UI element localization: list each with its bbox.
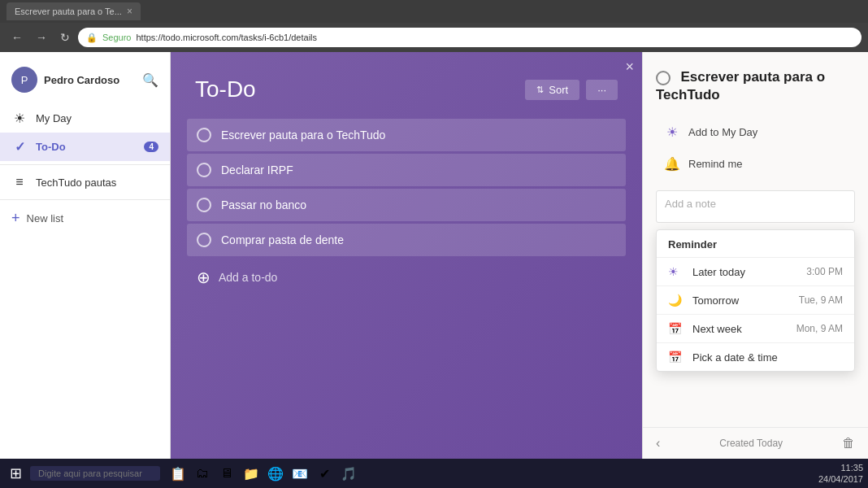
detail-title: Escrever pauta para o TechTudo xyxy=(656,69,825,102)
app-container: P Pedro Cardoso 🔍 ☀ My Day ✓ To-Do 4 ≡ T… xyxy=(0,52,868,459)
sidebar-divider-2 xyxy=(0,199,170,200)
sidebar-divider xyxy=(0,164,170,165)
sidebar: P Pedro Cardoso 🔍 ☀ My Day ✓ To-Do 4 ≡ T… xyxy=(0,52,171,459)
later-today-time: 3:00 PM xyxy=(806,266,843,277)
lock-label: Seguro xyxy=(102,33,131,42)
remind-me-row[interactable]: 🔔 Remind me xyxy=(656,149,855,179)
table-row[interactable]: Passar no banco xyxy=(187,189,626,221)
next-week-label: Next week xyxy=(692,323,788,335)
time-display: 11:35 xyxy=(818,462,863,473)
date-display: 24/04/2017 xyxy=(818,473,863,485)
taskbar-right: 11:35 24/04/2017 xyxy=(818,462,863,486)
taskbar-app-7[interactable]: 🎵 xyxy=(337,462,360,485)
browser-tab[interactable]: Escrever pauta para o Te... × xyxy=(7,2,141,20)
myday-icon: ☀ xyxy=(11,111,28,126)
start-button[interactable]: ⊞ xyxy=(5,463,27,484)
page-title: To-Do xyxy=(195,76,256,102)
sort-label: Sort xyxy=(549,84,568,96)
task-checkbox-0[interactable] xyxy=(197,128,211,142)
sort-button[interactable]: ⇅ Sort xyxy=(525,80,579,100)
todo-icon: ✓ xyxy=(11,139,28,155)
new-list-label: New list xyxy=(27,212,64,224)
add-myday-icon: ☀ xyxy=(664,124,680,140)
main-content: × To-Do ⇅ Sort ··· Escrever pauta para o… xyxy=(171,52,642,459)
sidebar-item-techtudo[interactable]: ≡ TechTudo pautas xyxy=(0,168,170,196)
taskbar-app-5[interactable]: 📧 xyxy=(289,462,311,485)
sidebar-item-myday[interactable]: ☀ My Day xyxy=(0,104,170,133)
add-note-placeholder: Add a note xyxy=(665,198,716,210)
task-checkbox-1[interactable] xyxy=(197,163,211,177)
nav-forward-btn[interactable]: → xyxy=(31,28,52,47)
reminder-next-week[interactable]: 📅 Next week Mon, 9 AM xyxy=(657,315,854,342)
sidebar-user-section: P Pedro Cardoso 🔍 xyxy=(0,60,170,104)
remind-icon: 🔔 xyxy=(664,156,680,172)
lock-icon: 🔒 xyxy=(86,33,98,43)
next-week-time: Mon, 9 AM xyxy=(796,323,843,334)
address-bar[interactable]: 🔒 Seguro https://todo.microsoft.com/task… xyxy=(78,28,861,47)
reminder-pick-date[interactable]: 📅 Pick a date & time xyxy=(657,343,854,371)
taskbar: ⊞ 📋 🗂 🖥 📁 🌐 📧 ✔ 🎵 11:35 24/04/2017 xyxy=(0,459,868,488)
search-button[interactable]: 🔍 xyxy=(142,72,158,88)
detail-panel: Escrever pauta para o TechTudo ☀ Add to … xyxy=(642,52,868,459)
nav-back-btn[interactable]: ← xyxy=(7,28,28,47)
todo-badge: 4 xyxy=(144,142,158,152)
detail-task-checkbox[interactable] xyxy=(656,71,671,85)
table-row[interactable]: Declarar IRPF xyxy=(187,154,626,186)
todo-label: To-Do xyxy=(36,141,66,153)
reminder-tomorrow[interactable]: 🌙 Tomorrow Tue, 9 AM xyxy=(657,286,854,314)
new-list-button[interactable]: + New list xyxy=(0,203,170,233)
taskbar-apps: 📋 🗂 🖥 📁 🌐 📧 ✔ 🎵 xyxy=(167,462,360,485)
created-label: Created Today xyxy=(660,438,842,449)
taskbar-app-3[interactable]: 📁 xyxy=(240,462,263,485)
dropdown-header: Reminder xyxy=(657,230,854,258)
detail-footer: ‹ Created Today 🗑 xyxy=(643,427,868,459)
task-label-3: Comprar pasta de dente xyxy=(221,233,344,246)
task-checkbox-3[interactable] xyxy=(197,233,211,247)
nav-refresh-btn[interactable]: ↻ xyxy=(55,28,75,47)
remind-label: Remind me xyxy=(688,158,742,170)
browser-controls: ← → ↻ 🔒 Seguro https://todo.microsoft.co… xyxy=(0,23,868,52)
add-to-myday-row[interactable]: ☀ Add to My Day xyxy=(656,117,855,147)
sidebar-item-todo[interactable]: ✓ To-Do 4 xyxy=(0,133,170,161)
next-week-icon: 📅 xyxy=(668,322,684,335)
user-name: Pedro Cardoso xyxy=(44,74,119,86)
add-task-row[interactable]: ⊕ Add a to-do xyxy=(187,259,626,296)
task-checkbox-2[interactable] xyxy=(197,198,211,212)
tab-close-btn[interactable]: × xyxy=(127,6,132,17)
taskbar-app-2[interactable]: 🖥 xyxy=(215,462,238,485)
tab-title: Escrever pauta para o Te... xyxy=(15,7,122,16)
taskbar-app-0[interactable]: 📋 xyxy=(167,462,189,485)
later-today-icon: ☀ xyxy=(668,265,684,278)
address-text: https://todo.microsoft.com/tasks/i-6cb1/… xyxy=(136,33,317,42)
more-options-button[interactable]: ··· xyxy=(586,80,618,100)
add-task-label: Add a to-do xyxy=(219,271,277,284)
table-row[interactable]: Escrever pauta para o TechTudo xyxy=(187,119,626,151)
task-label-2: Passar no banco xyxy=(221,198,306,211)
list-icon: ≡ xyxy=(11,175,28,190)
reminder-later-today[interactable]: ☀ Later today 3:00 PM xyxy=(657,258,854,285)
browser-chrome: Escrever pauta para o Te... × xyxy=(0,0,868,23)
taskbar-time: 11:35 24/04/2017 xyxy=(818,462,863,486)
add-task-icon: ⊕ xyxy=(197,268,210,287)
pick-date-icon: 📅 xyxy=(668,351,684,364)
header-actions: ⇅ Sort ··· xyxy=(525,80,618,100)
detail-delete-button[interactable]: 🗑 xyxy=(842,436,855,451)
tasks-list: Escrever pauta para o TechTudo Declarar … xyxy=(171,111,642,459)
table-row[interactable]: Comprar pasta de dente xyxy=(187,224,626,256)
task-label-0: Escrever pauta para o TechTudo xyxy=(221,129,385,142)
task-label-1: Declarar IRPF xyxy=(221,163,293,176)
detail-header: Escrever pauta para o TechTudo xyxy=(643,52,868,111)
add-myday-label: Add to My Day xyxy=(688,126,757,138)
main-close-button[interactable]: × xyxy=(625,59,634,76)
taskbar-app-1[interactable]: 🗂 xyxy=(191,462,214,485)
add-note-area[interactable]: Add a note xyxy=(656,190,855,223)
myday-label: My Day xyxy=(36,112,72,124)
new-list-icon: + xyxy=(11,210,20,227)
taskbar-app-4[interactable]: 🌐 xyxy=(264,462,287,485)
main-header: To-Do ⇅ Sort ··· xyxy=(171,52,642,111)
taskbar-app-6[interactable]: ✔ xyxy=(313,462,336,485)
taskbar-search[interactable] xyxy=(30,466,160,481)
avatar: P xyxy=(11,67,37,93)
list-label: TechTudo pautas xyxy=(36,176,116,189)
detail-actions: ☀ Add to My Day 🔔 Remind me xyxy=(643,111,868,185)
